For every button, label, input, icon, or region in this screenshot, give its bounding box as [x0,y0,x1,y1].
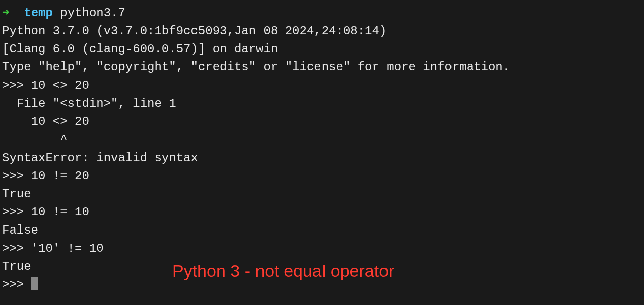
terminal-line: True [2,185,642,203]
repl-input-line: >>> 10 <> 20 [2,77,642,95]
repl-input-line: >>> 10 != 20 [2,167,642,185]
repl-input-line: >>> '10' != 10 [2,240,642,258]
terminal-line: 10 <> 20 [2,113,642,131]
shell-prompt-line: ➜ temp python3.7 [2,4,642,22]
terminal-line: Python 3.7.0 (v3.7.0:1bf9cc5093,Jan 08 2… [2,22,642,40]
terminal-line: Type "help", "copyright", "credits" or "… [2,58,642,77]
prompt-arrow-icon: ➜ [2,6,24,20]
repl-prompt: >>> [2,278,31,291]
terminal-output[interactable]: ➜ temp python3.7 Python 3.7.0 (v3.7.0:1b… [2,4,642,294]
cursor-icon [31,277,38,290]
terminal-line: SyntaxError: invalid syntax [2,149,642,167]
prompt-directory: temp [24,6,53,20]
terminal-line: ^ [2,131,642,149]
overlay-caption: Python 3 - not equal operator [172,258,394,284]
prompt-command: python3.7 [53,6,125,20]
terminal-line: File "<stdin>", line 1 [2,95,642,113]
repl-input-line: >>> 10 != 10 [2,203,642,221]
terminal-line: [Clang 6.0 (clang-600.0.57)] on darwin [2,40,642,58]
terminal-line: False [2,221,642,240]
